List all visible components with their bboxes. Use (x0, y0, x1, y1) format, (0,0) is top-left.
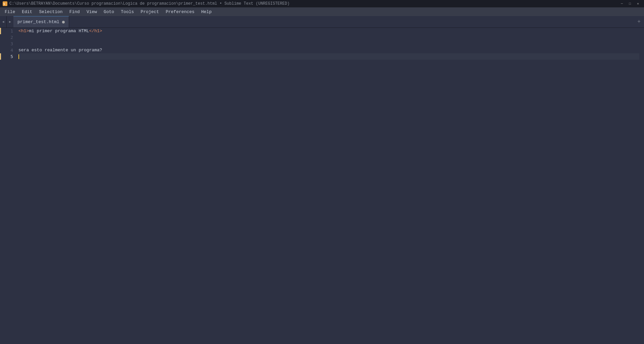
title-text: C:\Users\BETRAYAN\Documents\Curso progra… (9, 1, 289, 6)
tab-label: primer_test.html (17, 19, 59, 24)
gutter-row: 4 (0, 47, 16, 53)
menu-item-tools[interactable]: Tools (117, 7, 137, 16)
title-bar: S C:\Users\BETRAYAN\Documents\Curso prog… (0, 0, 644, 7)
tab-primer-test[interactable]: primer_test.html (13, 16, 69, 27)
window-controls: ─ □ ✕ (619, 1, 641, 6)
close-button[interactable]: ✕ (635, 1, 641, 6)
menu-item-view[interactable]: View (83, 7, 100, 16)
gutter-row: 2 (0, 34, 16, 41)
menu-item-edit[interactable]: Edit (18, 7, 36, 16)
text-cursor (18, 54, 19, 59)
tab-modified-indicator (62, 21, 65, 23)
line-number: 5 (1, 54, 16, 59)
code-line (18, 41, 639, 47)
gutter-row: 1 (0, 28, 16, 34)
menu-item-preferences[interactable]: Preferences (162, 7, 198, 16)
tab-bar: ◀ ▶ primer_test.html + (0, 16, 644, 28)
gutter-row: 5 (0, 53, 16, 60)
tab-nav-right[interactable]: ▶ (7, 16, 13, 27)
app-icon: S (3, 1, 7, 6)
scrollbar-area (639, 28, 644, 344)
menu-item-goto[interactable]: Goto (100, 7, 117, 16)
minimize-button[interactable]: ─ (619, 1, 625, 6)
menu-item-file[interactable]: File (1, 7, 18, 16)
line-number: 3 (1, 41, 16, 46)
new-tab-button[interactable]: + (634, 16, 644, 27)
gutter-area: 12345 (0, 28, 16, 344)
svg-text:S: S (3, 2, 5, 6)
code-line: <h1>mi primer programa HTML</h1> (18, 28, 639, 34)
menu-item-find[interactable]: Find (66, 7, 83, 16)
line-number: 4 (1, 48, 16, 53)
gutter-row: 3 (0, 41, 16, 47)
maximize-button[interactable]: □ (627, 1, 633, 6)
tab-nav-left[interactable]: ◀ (0, 16, 7, 27)
editor: 12345 <h1>mi primer programa HTML</h1>se… (0, 28, 644, 344)
code-line (18, 53, 639, 60)
code-area[interactable]: <h1>mi primer programa HTML</h1>sera est… (16, 28, 639, 344)
code-line: sera esto realmente un programa? (18, 47, 639, 53)
menu-bar: FileEditSelectionFindViewGotoToolsProjec… (0, 7, 644, 16)
line-number: 2 (1, 35, 16, 40)
line-number: 1 (1, 28, 16, 34)
menu-item-help[interactable]: Help (198, 7, 215, 16)
code-line (18, 34, 639, 41)
menu-item-selection[interactable]: Selection (36, 7, 66, 16)
title-bar-left: S C:\Users\BETRAYAN\Documents\Curso prog… (3, 1, 289, 6)
menu-item-project[interactable]: Project (137, 7, 162, 16)
